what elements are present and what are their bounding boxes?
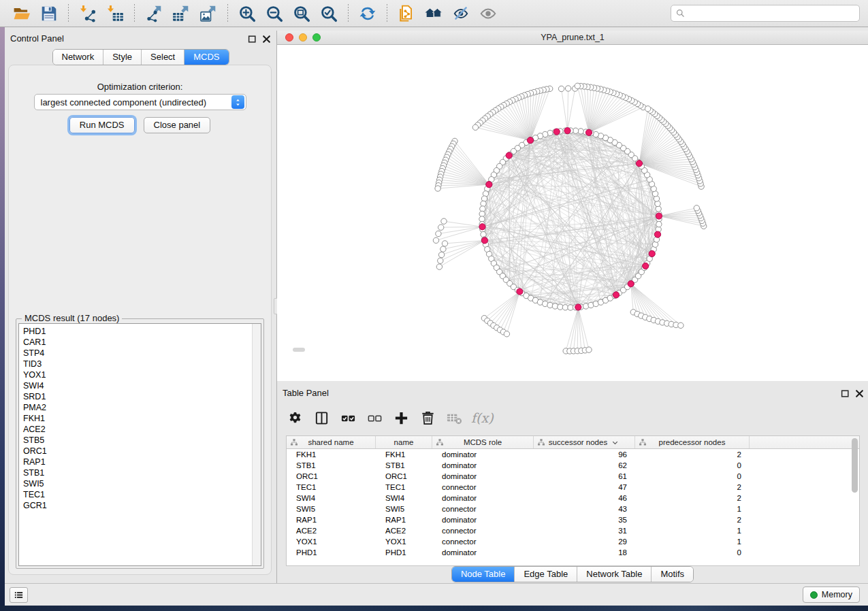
network-window-titlebar[interactable]: YPA_prune.txt_1 [277,31,868,45]
network-node[interactable] [656,221,662,227]
table-cell[interactable]: 2 [635,514,750,525]
dominator-node[interactable] [517,288,523,295]
show-all-button[interactable] [477,3,500,24]
table-row[interactable]: FKH1FKH1dominator962 [287,449,859,460]
dominator-node[interactable] [628,281,634,287]
table-scrollbar-thumb[interactable] [852,438,858,493]
table-cell[interactable]: 1 [635,503,750,514]
table-cell[interactable]: SWI5 [287,503,376,514]
table-cell[interactable]: 18 [534,547,635,558]
table-cell[interactable]: ACE2 [287,525,376,536]
refresh-layout-button[interactable] [356,3,379,24]
show-panels-button[interactable] [10,587,28,603]
mcds-result-item[interactable]: PMA2 [19,402,251,413]
table-cell[interactable]: 29 [534,536,635,547]
export-table-button[interactable] [170,3,193,24]
table-cell[interactable]: connector [432,525,534,536]
network-node[interactable] [436,231,441,236]
network-node[interactable] [438,252,444,257]
table-cell[interactable]: 35 [534,514,635,525]
table-row[interactable]: ORC1ORC1dominator610 [287,471,859,482]
table-row[interactable]: PHD1PHD1dominator180 [287,547,859,558]
table-cell[interactable]: 43 [534,503,635,514]
network-node[interactable] [472,125,478,130]
table-row[interactable]: RAP1RAP1dominator352 [287,514,859,525]
trash-button[interactable] [417,408,438,428]
network-node[interactable] [694,205,699,211]
table-cell[interactable]: TEC1 [376,482,432,493]
table-cell[interactable]: TEC1 [287,482,376,493]
network-node[interactable] [440,246,446,252]
table-cell[interactable]: 96 [534,449,635,460]
table-cell[interactable]: 61 [534,471,635,482]
mcds-result-item[interactable]: CAR1 [19,337,251,348]
table-cell[interactable]: dominator [432,460,534,471]
float-window-icon[interactable] [248,34,257,43]
network-node[interactable] [586,347,592,352]
mcds-result-item[interactable]: SRD1 [19,391,251,402]
table-cell[interactable]: 2 [635,493,750,503]
table-cell[interactable]: ORC1 [376,471,432,482]
table-cell[interactable]: dominator [432,514,534,525]
table-cell[interactable]: 0 [635,547,750,558]
table-cell[interactable]: connector [432,536,534,547]
mcds-result-item[interactable]: ACE2 [19,424,251,435]
network-node[interactable] [433,237,438,243]
table-cell[interactable]: 2 [635,482,750,493]
network-node[interactable] [575,83,580,88]
dominator-node[interactable] [585,129,592,135]
table-cell[interactable]: SWI4 [287,493,376,503]
table-cell[interactable]: connector [432,503,534,514]
dominator-node[interactable] [613,292,619,298]
table-cell[interactable]: dominator [432,471,534,482]
mcds-list-scrollbar[interactable] [252,324,261,565]
dominator-node[interactable] [656,213,662,219]
mcds-result-item[interactable]: GCR1 [19,500,251,511]
mcds-result-item[interactable]: SWI4 [19,380,251,391]
table-cell[interactable]: FKH1 [287,449,376,460]
tab-network-table[interactable]: Network Table [577,567,651,582]
table-row[interactable]: ACE2ACE2connector311 [287,525,859,536]
tab-node-table[interactable]: Node Table [452,567,515,582]
import-table-button[interactable] [103,3,127,24]
export-image-button[interactable] [197,3,220,24]
column-header-name[interactable]: name [376,436,432,448]
table-cell[interactable]: 0 [635,471,750,482]
table-cell[interactable]: ACE2 [376,525,432,536]
table-row[interactable]: SWI5SWI5connector431 [287,503,859,514]
network-node[interactable] [504,331,509,337]
mcds-result-item[interactable]: TEC1 [19,489,251,500]
tab-select[interactable]: Select [141,50,184,65]
tab-mcds[interactable]: MCDS [184,50,228,65]
select-all-button[interactable] [337,408,359,428]
save-session-button[interactable] [37,3,61,24]
column-header-shared-name[interactable]: shared name [287,436,376,448]
mcds-result-item[interactable]: PHD1 [19,326,251,337]
table-cell[interactable]: 31 [534,525,635,536]
table-row[interactable]: SWI4SWI4dominator462 [287,493,859,503]
mcds-result-item[interactable]: STB1 [19,467,251,478]
table-cell[interactable]: SWI5 [376,503,432,514]
zoom-in-button[interactable] [236,3,259,24]
table-cell[interactable]: 46 [534,493,635,503]
table-cell[interactable]: 1 [635,536,750,547]
hide-selected-button[interactable] [449,3,472,24]
close-panel-icon[interactable] [262,34,271,43]
float-window-icon[interactable] [841,389,850,397]
table-cell[interactable]: 2 [635,449,750,460]
column-header-successor-nodes[interactable]: successor nodes [534,436,635,448]
table-cell[interactable]: STB1 [287,460,376,471]
table-cell[interactable]: dominator [432,547,534,558]
table-row[interactable]: YOX1YOX1connector291 [287,536,859,547]
table-scrollbar[interactable] [852,438,858,554]
table-cell[interactable]: dominator [432,449,534,460]
dominator-node[interactable] [654,231,660,237]
network-graph[interactable] [277,45,868,381]
close-panel-icon[interactable] [855,389,864,397]
network-node[interactable] [435,186,440,191]
table-cell[interactable]: PHD1 [287,547,376,558]
table-cell[interactable]: 1 [635,525,750,536]
network-node[interactable] [442,241,447,246]
dominator-node[interactable] [649,250,655,257]
table-cell[interactable]: 62 [534,460,635,471]
